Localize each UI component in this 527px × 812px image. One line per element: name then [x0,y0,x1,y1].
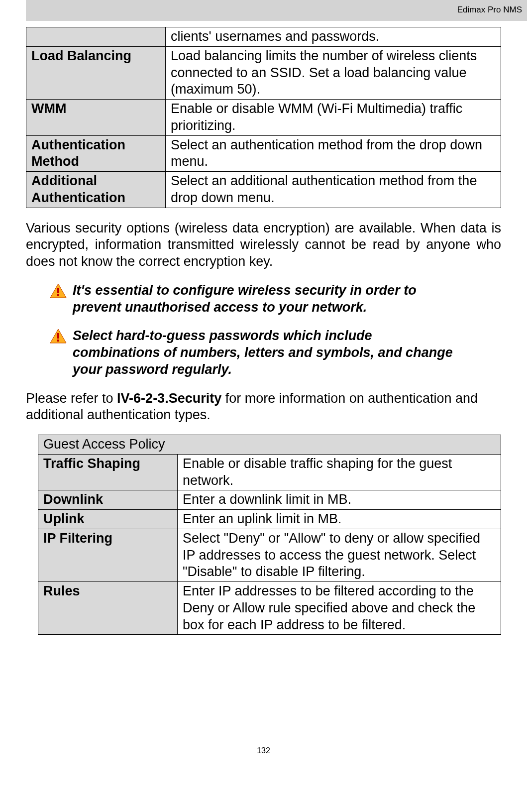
desc-cell: Select "Deny" or "Allow" to deny or allo… [178,529,501,581]
desc-cell: Enter a downlink limit in MB. [178,490,501,510]
table-row: Traffic Shaping Enable or disable traffi… [38,454,501,490]
desc-cell: Enter IP addresses to be filtered accord… [178,582,501,635]
table-row: Downlink Enter a downlink limit in MB. [38,490,501,510]
desc-cell: Enable or disable traffic shaping for th… [178,454,501,490]
desc-cell: Load balancing limits the number of wire… [166,46,501,99]
term-cell: Downlink [38,490,178,510]
term-cell: Rules [38,582,178,635]
term-cell: Authentication Method [26,135,166,172]
table-row: Rules Enter IP addresses to be filtered … [38,582,501,635]
svg-rect-1 [57,288,59,293]
table-row: Load Balancing Load balancing limits the… [26,46,501,99]
header-product-name: Edimax Pro NMS [457,5,522,15]
term-cell: WMM [26,100,166,136]
refer-paragraph: Please refer to IV-6-2-3.Security for mo… [26,390,501,424]
refer-bold: IV-6-2-3.Security [117,391,221,406]
definitions-table-1: clients' usernames and passwords. Load B… [26,27,501,208]
refer-pre: Please refer to [26,391,117,406]
intro-paragraph: Various security options (wireless data … [26,220,501,270]
desc-cell: Enable or disable WMM (Wi-Fi Multimedia)… [166,100,501,136]
table-row: Authentication Method Select an authenti… [26,135,501,172]
desc-cell: Enter an uplink limit in MB. [178,510,501,529]
table-row: clients' usernames and passwords. [26,27,501,47]
desc-cell: Select an additional authentication meth… [166,172,501,208]
warning-text: It's essential to configure wireless sec… [73,282,501,316]
desc-cell: clients' usernames and passwords. [166,27,501,47]
term-cell: Traffic Shaping [38,454,178,490]
warning-text: Select hard-to-guess passwords which inc… [73,328,501,378]
term-cell: IP Filtering [38,529,178,581]
table-row: IP Filtering Select "Deny" or "Allow" to… [38,529,501,581]
term-cell: Uplink [38,510,178,529]
table-row: Uplink Enter an uplink limit in MB. [38,510,501,529]
table-row: Additional Authentication Select an addi… [26,172,501,208]
page-body: clients' usernames and passwords. Load B… [0,21,527,780]
term-cell: Load Balancing [26,46,166,99]
svg-rect-2 [57,294,59,296]
warning-icon [50,282,69,316]
page-number: 132 [26,647,501,760]
warning-block-1: It's essential to configure wireless sec… [26,282,501,316]
term-cell: Additional Authentication [26,172,166,208]
table-title-cell: Guest Access Policy [38,435,501,455]
desc-cell: Select an authentication method from the… [166,135,501,172]
warning-block-2: Select hard-to-guess passwords which inc… [26,328,501,378]
svg-rect-5 [57,340,59,342]
table-row: WMM Enable or disable WMM (Wi-Fi Multime… [26,100,501,136]
definitions-table-2: Guest Access Policy Traffic Shaping Enab… [38,435,501,635]
svg-rect-4 [57,333,59,339]
table-title-row: Guest Access Policy [38,435,501,455]
top-bar [26,0,527,21]
warning-icon [50,328,69,378]
term-cell [26,27,166,47]
